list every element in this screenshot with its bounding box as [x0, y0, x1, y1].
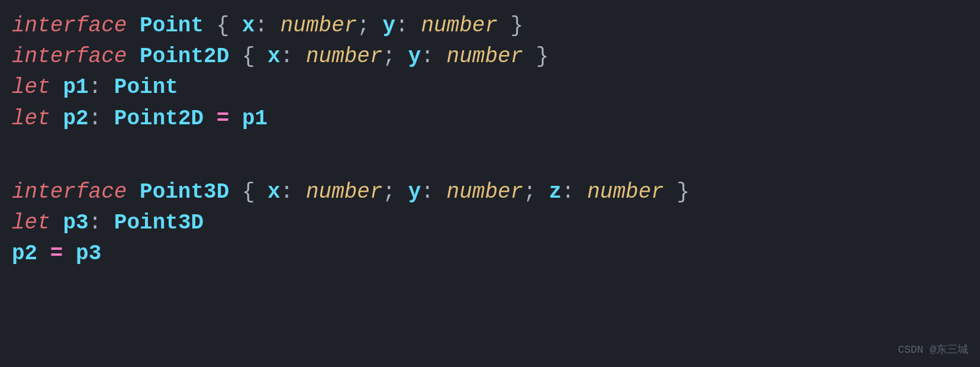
code-token — [127, 177, 140, 208]
watermark-text: CSDN @东三城 — [898, 342, 968, 358]
code-token: ; — [357, 11, 382, 41]
code-token: let — [12, 208, 50, 239]
code-token: Point3D — [114, 208, 204, 239]
code-token: : — [89, 208, 114, 239]
code-token: p3 — [63, 208, 88, 239]
code-token: p1 — [242, 104, 267, 134]
code-token: p2 — [12, 239, 37, 269]
code-token — [127, 41, 140, 72]
code-token: number — [281, 11, 357, 41]
code-token: : — [281, 41, 306, 72]
code-token: y — [408, 177, 421, 208]
code-token: } — [498, 11, 523, 41]
line2: interface Point2D { x: number; y: number… — [12, 41, 968, 72]
code-spacer — [12, 156, 968, 177]
code-token: : — [89, 104, 114, 134]
code-token: let — [12, 104, 50, 134]
code-token — [50, 104, 63, 134]
code-token: = — [50, 239, 63, 269]
code-token — [127, 11, 140, 41]
code-token: y — [383, 11, 396, 41]
code-token — [204, 104, 217, 134]
code-token: : — [395, 11, 421, 41]
code-token: number — [447, 41, 524, 72]
code-token: number — [306, 41, 383, 72]
line7: p2 = p3 — [12, 239, 968, 269]
code-token: p3 — [76, 239, 101, 269]
code-spacer — [12, 134, 968, 156]
code-token: : — [562, 177, 587, 208]
code-token: x — [267, 177, 281, 208]
code-token: Point — [140, 11, 204, 41]
line1: interface Point { x: number; y: number } — [12, 11, 968, 41]
code-token: : — [281, 177, 306, 208]
code-token: : — [421, 41, 446, 72]
code-token — [229, 104, 242, 134]
code-token: Point2D — [140, 41, 229, 72]
code-token: number — [306, 177, 383, 208]
code-token: y — [408, 41, 421, 72]
code-token: x — [267, 41, 281, 72]
code-token: ; — [383, 41, 408, 72]
code-token: interface — [12, 41, 127, 72]
line4: let p2: Point2D = p1 — [12, 104, 968, 134]
code-token — [50, 208, 63, 239]
code-token — [63, 239, 76, 269]
code-token: number — [447, 177, 524, 208]
code-token: Point2D — [114, 104, 204, 134]
code-token: : — [255, 11, 281, 41]
line6: let p3: Point3D — [12, 208, 968, 239]
code-token: { — [204, 11, 242, 41]
code-token: interface — [12, 11, 127, 41]
code-token: interface — [12, 177, 127, 208]
line5: interface Point3D { x: number; y: number… — [12, 177, 968, 208]
code-token: : — [89, 72, 114, 103]
code-token: } — [664, 177, 689, 208]
code-token: number — [587, 177, 664, 208]
code-token: x — [242, 11, 255, 41]
code-block: interface Point { x: number; y: number }… — [0, 0, 980, 367]
code-token: let — [12, 72, 50, 103]
code-token: p2 — [63, 104, 88, 134]
code-token: } — [523, 41, 549, 72]
code-token: number — [421, 11, 498, 41]
code-token — [50, 72, 63, 103]
code-token: : — [421, 177, 446, 208]
code-token: z — [549, 177, 562, 208]
code-token: ; — [383, 177, 408, 208]
code-token: = — [217, 104, 230, 134]
line3: let p1: Point — [12, 72, 968, 103]
code-token: { — [229, 41, 267, 72]
code-token: Point — [114, 72, 178, 103]
code-token: p1 — [63, 72, 88, 103]
code-token: ; — [523, 177, 549, 208]
code-token — [37, 239, 50, 269]
code-token: { — [229, 177, 267, 208]
code-token: Point3D — [140, 177, 229, 208]
